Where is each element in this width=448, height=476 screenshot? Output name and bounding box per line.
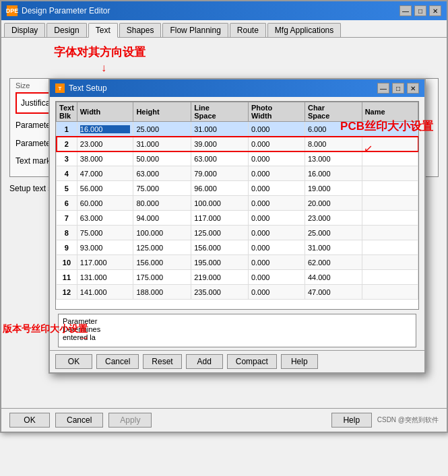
dialog-compact-button[interactable]: Compact	[227, 354, 277, 369]
input-cell-charspace[interactable]	[308, 170, 359, 178]
input-cell-height[interactable]	[136, 140, 188, 148]
cell-height[interactable]	[133, 196, 191, 211]
cell-name[interactable]	[362, 166, 418, 181]
input-cell-width[interactable]	[80, 229, 131, 237]
cell-name[interactable]	[362, 240, 418, 255]
cell-charspace[interactable]	[305, 226, 362, 240]
input-cell-photowidth[interactable]	[251, 259, 302, 267]
cell-width[interactable]	[77, 166, 133, 181]
input-cell-name[interactable]	[365, 199, 415, 207]
cell-charspace[interactable]	[305, 211, 362, 226]
cell-linespace[interactable]	[191, 226, 249, 240]
cell-name[interactable]	[362, 255, 418, 270]
cell-photowidth[interactable]	[248, 122, 305, 137]
maximize-button[interactable]: □	[414, 5, 426, 16]
cell-width[interactable]	[77, 196, 133, 211]
dialog-minimize-button[interactable]: —	[377, 83, 389, 94]
cell-name[interactable]	[362, 196, 418, 211]
input-cell-name[interactable]	[365, 155, 415, 163]
input-cell-height[interactable]	[136, 199, 188, 207]
cell-height[interactable]	[133, 151, 191, 166]
input-cell-charspace[interactable]	[308, 155, 359, 163]
input-cell-linespace[interactable]	[194, 155, 245, 163]
tab-route[interactable]: Route	[230, 23, 266, 37]
input-cell-linespace[interactable]	[194, 273, 245, 281]
input-cell-charspace[interactable]	[308, 199, 359, 207]
cell-charspace[interactable]	[305, 181, 362, 196]
input-cell-name[interactable]	[365, 244, 415, 252]
minimize-button[interactable]: —	[399, 5, 412, 16]
cell-width[interactable]	[77, 226, 133, 240]
input-cell-linespace[interactable]	[194, 214, 245, 222]
tab-text[interactable]: Text	[88, 23, 118, 38]
cell-width[interactable]	[77, 270, 133, 285]
cell-photowidth[interactable]	[248, 196, 305, 211]
cell-charspace[interactable]	[305, 240, 362, 255]
cell-linespace[interactable]	[191, 151, 249, 166]
cell-charspace[interactable]	[305, 255, 362, 270]
cell-photowidth[interactable]	[248, 226, 305, 240]
input-cell-height[interactable]	[136, 125, 188, 133]
input-cell-width[interactable]	[80, 155, 131, 163]
input-cell-linespace[interactable]	[194, 244, 245, 252]
input-cell-height[interactable]	[136, 155, 188, 163]
input-cell-height[interactable]	[136, 170, 188, 178]
dialog-reset-button[interactable]: Reset	[143, 354, 181, 369]
input-cell-name[interactable]	[365, 214, 415, 222]
input-cell-height[interactable]	[136, 184, 188, 193]
cell-linespace[interactable]	[191, 181, 249, 196]
cell-photowidth[interactable]	[248, 255, 305, 270]
cell-photowidth[interactable]	[248, 137, 305, 151]
input-cell-charspace[interactable]	[308, 273, 359, 281]
input-cell-height[interactable]	[136, 244, 188, 252]
input-cell-photowidth[interactable]	[251, 229, 302, 237]
input-cell-linespace[interactable]	[194, 229, 245, 237]
tab-design[interactable]: Design	[46, 23, 86, 37]
input-cell-name[interactable]	[365, 170, 415, 178]
cell-charspace[interactable]	[305, 270, 362, 285]
input-cell-width[interactable]	[80, 244, 131, 252]
cell-linespace[interactable]	[191, 270, 249, 285]
cell-photowidth[interactable]	[248, 181, 305, 196]
cell-width[interactable]	[77, 255, 133, 270]
cell-width[interactable]	[77, 151, 133, 166]
cell-photowidth[interactable]	[248, 166, 305, 181]
cell-linespace[interactable]	[191, 285, 249, 300]
cell-width[interactable]	[77, 137, 133, 151]
cell-charspace[interactable]	[305, 166, 362, 181]
dialog-help-button[interactable]: Help	[281, 354, 318, 369]
ok-button[interactable]: OK	[9, 413, 50, 428]
cell-charspace[interactable]	[305, 137, 362, 151]
cell-name[interactable]	[362, 181, 418, 196]
cell-width[interactable]	[77, 285, 133, 300]
input-cell-photowidth[interactable]	[251, 140, 302, 148]
cell-name[interactable]	[362, 285, 418, 300]
cell-height[interactable]	[133, 255, 191, 270]
input-cell-linespace[interactable]	[194, 288, 245, 296]
cell-linespace[interactable]	[191, 255, 249, 270]
help-button[interactable]: Help	[331, 413, 372, 428]
cell-height[interactable]	[133, 211, 191, 226]
cell-height[interactable]	[133, 181, 191, 196]
cell-width[interactable]	[77, 240, 133, 255]
input-cell-width[interactable]	[80, 273, 131, 281]
input-cell-charspace[interactable]	[308, 229, 359, 237]
cell-height[interactable]	[133, 240, 191, 255]
cell-photowidth[interactable]	[248, 211, 305, 226]
cell-width[interactable]	[77, 181, 133, 196]
input-cell-name[interactable]	[365, 140, 415, 148]
input-cell-photowidth[interactable]	[251, 288, 302, 296]
tab-mfg-applications[interactable]: Mfg Applications	[267, 23, 341, 37]
dialog-maximize-button[interactable]: □	[392, 83, 404, 94]
cell-name[interactable]	[362, 151, 418, 166]
input-cell-linespace[interactable]	[194, 199, 245, 207]
cell-charspace[interactable]	[305, 151, 362, 166]
input-cell-name[interactable]	[365, 259, 415, 267]
cell-width[interactable]	[77, 122, 133, 137]
input-cell-width[interactable]	[80, 214, 131, 222]
input-cell-charspace[interactable]	[308, 244, 359, 252]
cell-linespace[interactable]	[191, 137, 249, 151]
input-cell-photowidth[interactable]	[251, 170, 302, 178]
input-cell-photowidth[interactable]	[251, 214, 302, 222]
dialog-cancel-button[interactable]: Cancel	[96, 354, 139, 369]
